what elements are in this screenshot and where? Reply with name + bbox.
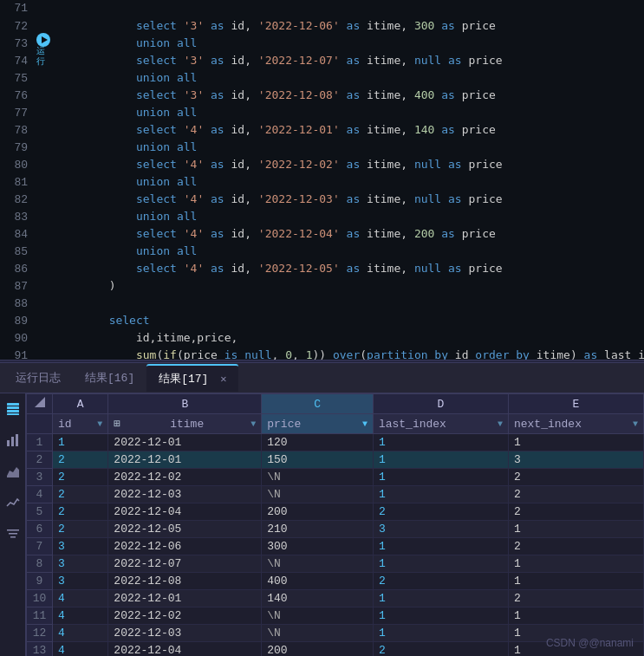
- line-number-77: 77: [0, 107, 35, 120]
- col-header-price[interactable]: price ▼: [262, 414, 374, 434]
- tab-result-16[interactable]: 结果[16]: [73, 365, 146, 391]
- row-number: 12: [27, 625, 53, 642]
- table-row[interactable]: 9 3 2022-12-08 400 2 1: [27, 573, 644, 590]
- line-number-78: 78: [0, 124, 35, 137]
- cell-id: 4: [53, 590, 108, 607]
- cell-price: 140: [262, 590, 374, 607]
- col-id-label: id: [58, 418, 72, 431]
- col-next-index-sort-icon[interactable]: ▼: [633, 419, 638, 429]
- watermark: CSDN @@nanami: [546, 637, 634, 649]
- line-number-86: 86: [0, 263, 35, 276]
- left-icon-bar: [0, 393, 26, 656]
- row-number: 8: [27, 555, 53, 573]
- line-number-89: 89: [0, 315, 35, 328]
- table-row[interactable]: 10 4 2022-12-01 140 1 2: [27, 590, 644, 607]
- row-number: 5: [27, 503, 53, 521]
- cell-itime: 2022-12-04: [108, 503, 262, 521]
- svg-rect-8: [9, 533, 17, 535]
- line-number-83: 83: [0, 211, 35, 224]
- col-letter-b[interactable]: B: [108, 394, 262, 414]
- filter-list-icon[interactable]: [4, 525, 22, 542]
- svg-rect-1: [7, 406, 19, 409]
- col-id-sort-icon[interactable]: ▼: [97, 419, 102, 429]
- cell-price: \N: [262, 607, 374, 625]
- cell-price: 200: [262, 642, 374, 657]
- line-number-90: 90: [0, 332, 35, 345]
- svg-rect-3: [7, 413, 19, 415]
- cell-price: \N: [262, 555, 374, 573]
- line-number-80: 80: [0, 159, 35, 172]
- col-itime-sort-icon[interactable]: ▼: [250, 419, 256, 429]
- col-itime-label: itime: [170, 418, 204, 431]
- line-number-74: 74: [0, 55, 35, 68]
- cell-last-index: 1: [373, 434, 508, 451]
- table-row[interactable]: 2 2 2022-12-01 150 1 3: [27, 451, 644, 469]
- tab-run-log[interactable]: 运行日志: [3, 365, 73, 391]
- cell-itime: 2022-12-02: [108, 607, 262, 625]
- col-header-last-index[interactable]: last_index ▼: [373, 414, 508, 434]
- col-letter-e[interactable]: E: [508, 394, 643, 414]
- cell-id: 4: [53, 625, 108, 642]
- col-header-id[interactable]: id ▼: [53, 414, 108, 434]
- table-row[interactable]: 3 2 2022-12-02 \N 1 2: [27, 469, 644, 486]
- col-letter-d[interactable]: D: [373, 394, 508, 414]
- table-row[interactable]: 5 2 2022-12-04 200 2 2: [27, 503, 644, 521]
- svg-rect-0: [7, 403, 19, 406]
- cell-price: \N: [262, 486, 374, 503]
- row-number: 10: [27, 590, 53, 607]
- line-number-82: 82: [0, 193, 35, 206]
- col-letters-row: A B C D E: [27, 394, 644, 414]
- col-names-row: id ▼ ⊞ itime ▼: [27, 414, 644, 434]
- table-row[interactable]: 8 3 2022-12-07 \N 1 1: [27, 555, 644, 573]
- col-header-next-index[interactable]: next_index ▼: [508, 414, 643, 434]
- run-button[interactable]: 运行: [36, 33, 50, 68]
- cell-last-index: 3: [373, 521, 508, 538]
- table-row[interactable]: 11 4 2022-12-02 \N 1 1: [27, 607, 644, 625]
- cell-last-index: 1: [373, 486, 508, 503]
- line-number-91: 91: [0, 349, 35, 360]
- corner-cell: [27, 394, 53, 414]
- line-number-84: 84: [0, 228, 35, 241]
- cell-id: 4: [53, 607, 108, 625]
- tab-run-log-label: 运行日志: [16, 372, 61, 385]
- cell-itime: 2022-12-06: [108, 538, 262, 555]
- col-price-sort-icon[interactable]: ▼: [362, 419, 368, 429]
- cell-price: 300: [262, 538, 374, 555]
- cell-itime: 2022-12-01: [108, 590, 262, 607]
- row-number: 2: [27, 451, 53, 469]
- cell-id: 4: [53, 642, 108, 657]
- line-number-81: 81: [0, 176, 35, 189]
- tab-result-17[interactable]: 结果[17] ✕: [146, 364, 238, 392]
- col-letter-c[interactable]: C: [262, 394, 374, 414]
- table-row[interactable]: 1 1 2022-12-01 120 1 1: [27, 434, 644, 451]
- code-line-71: select '3' as id, '2022-12-06' as itime,…: [48, 0, 644, 17]
- col-letter-a[interactable]: A: [53, 394, 108, 414]
- area-chart-icon[interactable]: [4, 463, 22, 480]
- line-number-76: 76: [0, 89, 35, 102]
- line-number-87: 87: [0, 280, 35, 293]
- cell-price: \N: [262, 625, 374, 642]
- bar-chart-icon[interactable]: [4, 432, 22, 449]
- table-row[interactable]: 6 2 2022-12-05 210 3 1: [27, 521, 644, 538]
- line-chart-icon[interactable]: [4, 494, 22, 511]
- code-line-87: [48, 277, 644, 295]
- code-editor[interactable]: select '3' as id, '2022-12-06' as itime,…: [48, 0, 644, 360]
- cell-next-index: 1: [508, 573, 643, 590]
- cell-price: 210: [262, 521, 374, 538]
- code-line-88: select: [48, 295, 644, 312]
- svg-rect-4: [7, 440, 10, 446]
- tab-close-icon[interactable]: ✕: [220, 373, 226, 386]
- run-label: 运行: [36, 47, 50, 68]
- row-number: 11: [27, 607, 53, 625]
- col-last-index-sort-icon[interactable]: ▼: [498, 419, 503, 429]
- data-table-wrapper[interactable]: A B C D E id ▼: [26, 393, 644, 656]
- col-header-itime[interactable]: ⊞ itime ▼: [108, 414, 262, 434]
- table-view-icon[interactable]: [4, 400, 22, 418]
- cell-itime: 2022-12-02: [108, 469, 262, 486]
- table-row[interactable]: 7 3 2022-12-06 300 1 2: [27, 538, 644, 555]
- line-numbers-col: 71 72 73 运行: [0, 0, 48, 360]
- results-area: A B C D E id ▼: [0, 393, 644, 656]
- cell-itime: 2022-12-05: [108, 521, 262, 538]
- table-row[interactable]: 4 2 2022-12-03 \N 1 2: [27, 486, 644, 503]
- col-price-label: price: [267, 418, 301, 431]
